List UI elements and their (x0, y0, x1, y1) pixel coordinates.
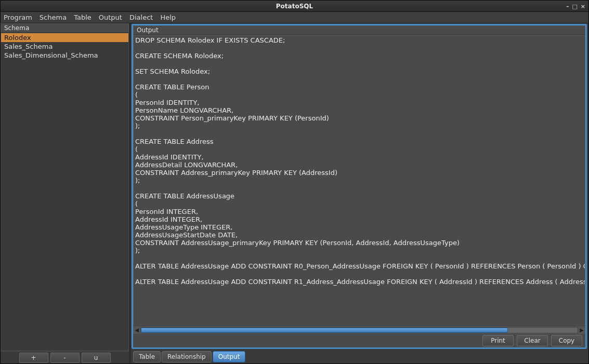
menu-schema[interactable]: Schema (40, 14, 67, 21)
close-button[interactable]: × (581, 3, 585, 10)
output-body-wrap: DROP SCHEMA Rolodex IF EXISTS CASCADE; C… (133, 35, 585, 326)
scroll-thumb[interactable] (141, 328, 508, 333)
tab-table[interactable]: Table (133, 351, 161, 362)
sidebar-buttons: + - u (1, 351, 129, 363)
menu-dialect[interactable]: Dialect (129, 14, 153, 21)
minimize-button[interactable]: – (566, 3, 569, 10)
remove-schema-button[interactable]: - (50, 353, 80, 363)
titlebar: PotatoSQL – □ × (1, 1, 588, 12)
schema-item-sales[interactable]: Sales_Schema (1, 42, 128, 51)
copy-button[interactable]: Copy (551, 335, 582, 346)
print-button[interactable]: Print (482, 335, 514, 346)
menu-help[interactable]: Help (160, 14, 176, 21)
scroll-right-icon[interactable]: ▶ (578, 327, 585, 334)
sidebar: Schema Rolodex Sales_Schema Sales_Dimens… (1, 23, 131, 363)
output-text[interactable]: DROP SCHEMA Rolodex IF EXISTS CASCADE; C… (133, 35, 585, 326)
schema-item-rolodex[interactable]: Rolodex (1, 33, 128, 42)
scroll-track[interactable] (140, 327, 578, 333)
add-schema-button[interactable]: + (19, 353, 48, 363)
menu-table[interactable]: Table (74, 14, 91, 21)
window-controls: – □ × (566, 1, 585, 12)
output-hscrollbar[interactable]: ◀ ▶ (133, 326, 585, 334)
tab-bar: Table Relationship Output (131, 350, 588, 363)
maximize-button[interactable]: □ (572, 3, 577, 10)
menu-program[interactable]: Program (4, 14, 32, 21)
output-panel: Output DROP SCHEMA Rolodex IF EXISTS CAS… (132, 24, 587, 349)
menubar: Program Schema Table Output Dialect Help (1, 12, 588, 23)
schema-list[interactable]: Rolodex Sales_Schema Sales_Dimensional_S… (1, 33, 129, 351)
content-area: Schema Rolodex Sales_Schema Sales_Dimens… (1, 23, 588, 363)
clear-button[interactable]: Clear (517, 335, 548, 346)
tab-output[interactable]: Output (213, 351, 246, 362)
sidebar-header: Schema (1, 23, 129, 33)
output-header: Output (133, 25, 585, 35)
update-schema-button[interactable]: u (82, 353, 111, 363)
output-buttons: Print Clear Copy (133, 334, 585, 347)
menu-output[interactable]: Output (99, 14, 122, 21)
schema-item-sales-dimensional[interactable]: Sales_Dimensional_Schema (1, 51, 128, 60)
tab-relationship[interactable]: Relationship (162, 351, 212, 362)
scroll-left-icon[interactable]: ◀ (133, 327, 140, 334)
main-area: Output DROP SCHEMA Rolodex IF EXISTS CAS… (131, 23, 588, 363)
window-title: PotatoSQL (276, 3, 313, 10)
app-window: PotatoSQL – □ × Program Schema Table Out… (0, 0, 589, 364)
